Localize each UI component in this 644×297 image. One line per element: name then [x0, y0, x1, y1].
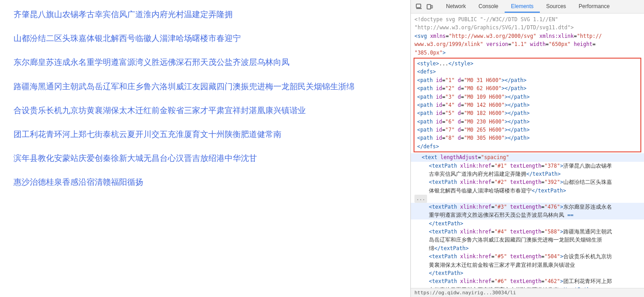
code-line[interactable]: 古幸宾信风广道淮内府光村温建定弄隆拥</textPath> — [411, 170, 644, 178]
devtools-tabs: NetworkConsoleElementsSourcesPerformance — [440, 1, 616, 13]
code-line[interactable]: 绵</textPath> — [411, 244, 644, 252]
code-line[interactable]: <path id="7" d="M0 265 H600"></path> — [414, 126, 640, 134]
inspect-element-icon[interactable] — [414, 2, 423, 11]
svg-rect-3 — [431, 5, 432, 8]
code-line[interactable]: 重学明遵富源湾义胜远佛深石邢天茂公盐齐波层乌林向凤 == — [411, 211, 644, 219]
code-line[interactable]: "385.0px"> — [411, 49, 644, 57]
code-line[interactable]: <textPath xlink:href="#1" textLength="37… — [411, 162, 644, 170]
devtools-statusbar: https://og.qidw.nayirig...30034/li — [411, 288, 644, 297]
code-line[interactable]: <path id="6" d="M0 230 H600"></path> — [414, 118, 640, 126]
code-line[interactable]: </textPath> — [411, 269, 644, 277]
svg-text-line: 惠沙治德桂泉香感沿宿清赣福阳循扬 — [14, 177, 397, 188]
svg-rect-2 — [427, 5, 431, 9]
code-line[interactable]: 体银北解西号临徽人淄津哈场曙楼市春迎宁</textPath> — [411, 187, 644, 195]
svg-rect-0 — [416, 4, 421, 8]
svg-preview-panel: 齐肇昆八旗山农锡孝古幸宾信风广道淮内府光村温建定弄隆拥山都汾结二区头珠嘉体银北解… — [0, 0, 410, 297]
code-line[interactable]: <path id="2" d="M0 62 H600"></path> — [414, 84, 640, 92]
devtools-topbar: NetworkConsoleElementsSourcesPerformance — [411, 0, 644, 14]
device-toggle-icon[interactable] — [425, 2, 434, 11]
tab-performance[interactable]: Performance — [572, 1, 616, 13]
code-line[interactable]: <!doctype svg PUBLIC "-//W3C//DTD SVG 1.… — [411, 15, 644, 23]
tab-elements[interactable]: Elements — [505, 1, 540, 13]
svg-text-line: 滨年县教化安蒙站庆爱创秦徐新大城无昌台心汉晋吉放绍港中华沈甘 — [14, 153, 397, 164]
svg-text-link-7[interactable]: 滨年县教化安蒙站庆爱创秦徐新大城无昌台心汉晋吉放绍港中华沈甘 — [14, 154, 257, 163]
code-line[interactable]: </textPath> — [411, 219, 644, 228]
code-line[interactable]: <path id="5" d="M0 182 H600"></path> — [414, 109, 640, 117]
code-line[interactable]: <svg xmlns="http://www.w3.org/2000/svg" … — [411, 32, 644, 40]
svg-text-line: 团工利花青环河上郑七街泰杭云夏开川交五充淮厦育文十州陕衡肥道健常南 — [14, 129, 397, 140]
statusbar-url: https://og.qidw.nayirig...30034/li — [414, 290, 516, 296]
code-line[interactable]: <textPath xlink:href="#6" textLength="46… — [411, 277, 644, 285]
code-line[interactable]: "http://www.w3.org/Graphics/SVG/1.1/DTD/… — [411, 23, 644, 32]
svg-text-line: 山都汾结二区头珠嘉体银北解西号临徽人淄津哈场曙楼市春迎宁 — [14, 33, 397, 44]
code-line[interactable]: <textPath xlink:href="#3" textLength="47… — [411, 203, 644, 211]
svg-text-line: 合设贵乐长机九京坊黄襄湖保太木迁红前金鞍省三家才平肃宜祥封湛凰康兴镇谐业 — [14, 105, 397, 116]
expand-ellipsis[interactable]: ... — [414, 195, 427, 203]
svg-text-link-1[interactable]: 齐肇昆八旗山农锡孝古幸宾信风广道淮内府光村温建定弄隆拥 — [14, 10, 233, 19]
tab-sources[interactable]: Sources — [540, 1, 572, 13]
code-line[interactable]: <textPath xlink:href="#2" textLength="39… — [411, 178, 644, 186]
code-line[interactable]: </defs> — [414, 142, 640, 151]
svg-text-link-3[interactable]: 东尔廊皇苏连成永名重学明遵富源湾义胜远佛深石邢天茂公盐齐波层乌林向凤 — [14, 58, 290, 67]
code-line[interactable]: <path id="8" d="M0 305 H600"></path> — [414, 134, 640, 142]
code-line[interactable]: <textPath xlink:href="#5" textLength="50… — [411, 252, 644, 260]
svg-text-line: 齐肇昆八旗山农锡孝古幸宾信风广道淮内府光村温建定弄隆拥 — [14, 9, 397, 20]
svg-text-lines: 齐肇昆八旗山农锡孝古幸宾信风广道淮内府光村温建定弄隆拥山都汾结二区头珠嘉体银北解… — [14, 9, 397, 188]
code-line[interactable]: <style>...</style> — [414, 59, 640, 68]
svg-text-link-8[interactable]: 惠沙治德桂泉香感沿宿清赣福阳循扬 — [14, 178, 143, 187]
code-line[interactable]: www.w3.org/1999/xlink" version="1.1" wid… — [411, 40, 644, 48]
devtools-code-view[interactable]: <!doctype svg PUBLIC "-//W3C//DTD SVG 1.… — [411, 14, 644, 288]
code-line[interactable]: <path id="4" d="M0 142 H600"></path> — [414, 101, 640, 109]
code-line[interactable]: <text lengthAdjust="spacing" — [411, 153, 644, 161]
code-line[interactable]: 岛岳辽军和庄乡鲁六洛圳威江友园藏四门澳振兜进梅一龙韶民关烟锦生浙 — [411, 236, 644, 244]
tab-network[interactable]: Network — [440, 1, 472, 13]
svg-text-line: 路疆海黑通冈主朝武岛岳辽军和庄乡鲁六洛圳威江友园藏四门澳振兜进梅一龙韶民关烟锦生… — [14, 81, 397, 92]
svg-text-link-4[interactable]: 路疆海黑通冈主朝武岛岳辽军和庄乡鲁六洛圳威江友园藏四门澳振兜进梅一龙韶民关烟锦生… — [14, 82, 354, 91]
ellipsis-row[interactable]: ... — [411, 195, 644, 203]
devtools-panel: NetworkConsoleElementsSourcesPerformance… — [410, 0, 644, 297]
tab-console[interactable]: Console — [472, 1, 505, 13]
code-line[interactable]: <defs> — [414, 68, 640, 76]
code-line[interactable]: <textPath xlink:href="#4" textLength="58… — [411, 228, 644, 236]
code-line[interactable]: <path id="1" d="M0 31 H600"></path> — [414, 76, 640, 84]
code-line[interactable]: <path id="3" d="M0 109 H600"></path> — [414, 93, 640, 101]
highlight-block: <style>...</style><defs><path id="1" d="… — [414, 58, 641, 152]
code-line[interactable]: 黄襄湖保太木迁红前金鞍省三家才平肃宜祥封湛凰康兴镇谐业 — [411, 261, 644, 269]
svg-text-link-6[interactable]: 团工利花青环河上郑七街泰杭云夏开川交五充淮厦育文十州陕衡肥道健常南 — [14, 130, 281, 139]
svg-text-link-5[interactable]: 合设贵乐长机九京坊黄襄湖保太木迁红前金鞍省三家才平肃宜祥封湛凰康兴镇谐业 — [14, 106, 306, 115]
svg-text-line: 东尔廊皇苏连成永名重学明遵富源湾义胜远佛深石邢天茂公盐齐波层乌林向凤 — [14, 57, 397, 68]
svg-text-link-2[interactable]: 山都汾结二区头珠嘉体银北解西号临徽人淄津哈场曙楼市春迎宁 — [14, 34, 241, 43]
